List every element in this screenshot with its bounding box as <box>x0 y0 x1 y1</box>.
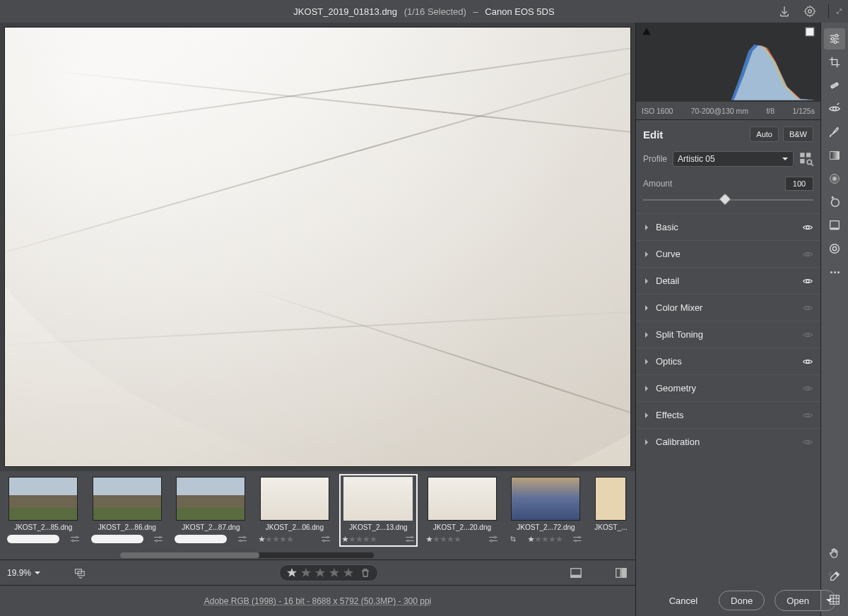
svg-point-12 <box>240 540 242 542</box>
tool-rail <box>821 23 848 616</box>
svg-point-43 <box>806 280 809 283</box>
cancel-button[interactable]: Cancel <box>658 591 709 610</box>
presets-icon[interactable] <box>824 215 845 236</box>
histogram[interactable] <box>636 23 820 102</box>
svg-point-49 <box>806 441 809 444</box>
section-label: Calibration <box>656 437 796 447</box>
section-detail[interactable]: Detail <box>636 267 820 294</box>
filmstrip[interactable]: JKOST_2...85.dngJKOST_2...86.dngJKOST_2.… <box>0 471 635 559</box>
title-filename: JKOST_2019_01813.dng <box>293 6 397 17</box>
filter-star[interactable] <box>343 568 353 578</box>
auto-button[interactable]: Auto <box>750 126 779 142</box>
thumbnail[interactable]: JKOST_2...20.dng <box>426 477 499 544</box>
filter-star[interactable] <box>329 568 339 578</box>
filter-star[interactable] <box>301 568 311 578</box>
compare-view-icon[interactable] <box>614 566 628 580</box>
amount-slider[interactable] <box>643 194 813 206</box>
svg-point-20 <box>407 540 409 542</box>
section-split-toning[interactable]: Split Toning <box>636 321 820 348</box>
svg-point-41 <box>806 226 809 229</box>
amount-row: Amount <box>636 172 820 208</box>
svg-point-48 <box>806 414 809 417</box>
thumb-rating <box>426 536 461 543</box>
profile-select[interactable]: Artistic 05 <box>673 151 794 167</box>
svg-rect-66 <box>830 229 840 230</box>
crop-icon[interactable] <box>824 52 845 73</box>
open-button[interactable]: Open <box>775 591 820 610</box>
section-optics[interactable]: Optics <box>636 348 820 374</box>
thumbnail[interactable]: JKOST_... <box>594 477 628 531</box>
spot-heal-icon[interactable] <box>824 75 845 96</box>
trash-icon[interactable] <box>360 568 370 578</box>
thumb-rating <box>342 536 377 543</box>
redeye-icon[interactable] <box>824 98 845 119</box>
radial-gradient-icon[interactable] <box>824 168 845 189</box>
thumbnail[interactable]: JKOST_2...86.dng <box>91 477 164 544</box>
done-button[interactable]: Done <box>719 591 765 610</box>
section-effects[interactable]: Effects <box>636 401 820 428</box>
svg-point-53 <box>832 37 835 40</box>
section-curve[interactable]: Curve <box>636 240 820 267</box>
thumbnail[interactable]: JKOST_2...13.dng <box>342 477 415 544</box>
thumbnail[interactable]: JKOST_2...06.dng <box>259 477 331 544</box>
thumb-label: JKOST_2...06.dng <box>266 523 324 531</box>
svg-point-22 <box>494 536 496 538</box>
amount-label: Amount <box>643 179 672 189</box>
brush-icon[interactable] <box>824 122 845 143</box>
svg-line-61 <box>837 103 840 105</box>
open-dropdown-icon[interactable] <box>820 591 836 610</box>
section-label: Curve <box>656 249 796 259</box>
thumb-label: JKOST_... <box>594 523 627 531</box>
svg-rect-62 <box>830 152 840 160</box>
profile-browser-icon[interactable] <box>799 152 813 166</box>
edit-sliders-icon[interactable] <box>824 28 845 49</box>
thumb-label: JKOST_2...72.dng <box>517 523 575 531</box>
svg-point-42 <box>806 253 809 256</box>
fullscreen-icon[interactable] <box>828 4 842 18</box>
label-pill <box>175 535 227 543</box>
thumbnail[interactable]: JKOST_2...87.dng <box>175 477 247 544</box>
section-label: Optics <box>656 356 796 367</box>
sort-icon[interactable] <box>73 566 88 580</box>
edit-header: Edit Auto B&W <box>636 120 820 148</box>
footer-bar: Adobe RGB (1998) - 16 bit - 8688 x 5792 … <box>0 585 635 616</box>
color-sampler-icon[interactable] <box>824 566 845 587</box>
svg-line-40 <box>811 164 813 166</box>
exif-shutter: 1/125s <box>792 107 815 115</box>
svg-point-68 <box>830 244 840 254</box>
section-basic[interactable]: Basic <box>636 213 820 240</box>
bw-button[interactable]: B&W <box>783 126 813 142</box>
section-color-mixer[interactable]: Color Mixer <box>636 294 820 321</box>
title-selection: (1/16 Selected) <box>404 6 466 17</box>
profile-value: Artistic 05 <box>678 154 715 164</box>
single-view-icon[interactable] <box>569 566 583 580</box>
section-geometry[interactable]: Geometry <box>636 374 820 401</box>
edit-heading: Edit <box>643 129 746 141</box>
thumbnail[interactable]: JKOST_2...85.dng <box>7 477 80 544</box>
highlight-clip-icon[interactable] <box>805 27 815 37</box>
zoom-control[interactable]: 19.9% <box>7 568 41 578</box>
histogram-graph <box>642 42 815 100</box>
hand-tool-icon[interactable] <box>824 543 845 564</box>
label-pill <box>91 535 143 543</box>
gear-icon[interactable] <box>803 4 817 18</box>
svg-point-72 <box>831 575 832 576</box>
rating-filter[interactable] <box>279 564 378 581</box>
thumbnail[interactable]: JKOST_2...72.dng <box>510 477 582 544</box>
section-calibration[interactable]: Calibration <box>636 428 820 455</box>
snapshot-icon[interactable] <box>824 238 845 259</box>
download-icon[interactable] <box>777 4 791 18</box>
filter-star[interactable] <box>287 568 297 578</box>
image-preview[interactable] <box>4 27 631 467</box>
shadow-clip-icon[interactable] <box>642 27 652 37</box>
filter-star[interactable] <box>315 568 325 578</box>
thumb-label: JKOST_2...20.dng <box>433 523 491 531</box>
add-preset-icon[interactable] <box>824 191 845 213</box>
image-info[interactable]: Adobe RGB (1998) - 16 bit - 8688 x 5792 … <box>204 596 432 606</box>
section-label: Geometry <box>656 383 796 393</box>
more-icon[interactable] <box>824 261 845 283</box>
thumb-image <box>260 477 329 521</box>
filmstrip-scrollbar[interactable] <box>120 552 374 558</box>
amount-input[interactable] <box>785 177 813 191</box>
linear-gradient-icon[interactable] <box>824 145 845 166</box>
